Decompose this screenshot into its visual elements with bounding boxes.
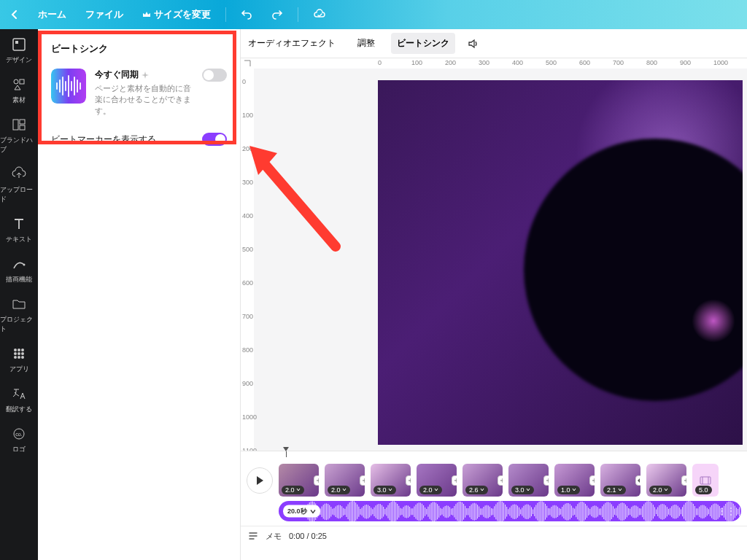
timeline-clip[interactable]: 2.0	[417, 464, 457, 497]
redo-button[interactable]	[267, 6, 287, 23]
rail-logo[interactable]: co. ロゴ	[0, 426, 38, 454]
rail-design[interactable]: デザイン	[0, 36, 38, 65]
transition-icon	[637, 477, 640, 484]
timeline-clip[interactable]: 1.0	[554, 464, 595, 497]
svg-point-9	[18, 349, 20, 351]
timeline-clip[interactable]: 3.0	[508, 464, 549, 497]
timeline-clip[interactable]: 2.6	[462, 464, 503, 497]
svg-point-11	[14, 352, 17, 355]
audio-duration-badge: 20.0秒	[283, 505, 320, 518]
audio-drag-handle[interactable]: ⋮⋮	[718, 506, 735, 516]
left-rail: デザイン 素材 ブランドハブ アップロード テキスト 描画機能 プロジェクト ア…	[0, 29, 38, 560]
transition-button[interactable]	[360, 475, 365, 486]
svg-point-16	[21, 356, 24, 359]
timeline: 2.02.03.02.02.63.01.02.12.05.0 20.0秒 ⋮⋮ …	[241, 451, 747, 560]
svg-point-15	[18, 356, 20, 359]
timeline-ruler[interactable]	[241, 451, 747, 461]
beat-marker-toggle[interactable]	[202, 133, 227, 146]
audio-toolbar: オーディオエフェクト 調整 ビートシンク	[241, 29, 747, 58]
crown-icon	[142, 10, 151, 19]
playhead[interactable]	[286, 451, 287, 457]
audio-track[interactable]: 20.0秒 ⋮⋮	[279, 501, 741, 521]
home-button[interactable]: ホーム	[34, 5, 71, 24]
rail-elements[interactable]: 素材	[0, 77, 38, 105]
time-display: 0:00 / 0:25	[289, 532, 327, 540]
ruler-horizontal[interactable]: 010020030040050060070080090010001100	[254, 58, 747, 69]
timeline-clip[interactable]: 2.0	[325, 464, 365, 497]
undo-button[interactable]	[236, 6, 257, 23]
svg-rect-1	[15, 41, 18, 44]
back-button[interactable]	[6, 7, 23, 22]
cloud-check-icon	[313, 8, 326, 21]
transition-button[interactable]	[314, 475, 319, 486]
rail-text[interactable]: テキスト	[0, 216, 38, 244]
rail-translate[interactable]: 翻訳する	[0, 386, 38, 414]
transition-button[interactable]	[452, 475, 457, 486]
svg-point-14	[14, 356, 17, 359]
svg-text:co.: co.	[15, 432, 22, 437]
transition-button[interactable]	[498, 475, 503, 486]
sparkle-icon	[142, 71, 149, 79]
transition-button[interactable]	[589, 475, 595, 486]
file-menu[interactable]: ファイル	[81, 5, 128, 24]
video-preview[interactable]	[378, 80, 743, 445]
svg-rect-29	[700, 477, 711, 484]
sync-now-title: 今すぐ同期	[95, 69, 193, 81]
transition-button[interactable]	[635, 475, 640, 486]
main-area: オーディオエフェクト 調整 ビートシンク 0100200300400500600…	[241, 29, 747, 560]
beat-marker-label: ビートマーカーを表示する	[51, 133, 156, 146]
speaker-button[interactable]	[467, 37, 480, 50]
video-icon	[700, 475, 711, 486]
timeline-clip[interactable]: 2.1	[600, 464, 640, 497]
rail-apps[interactable]: アプリ	[0, 346, 38, 374]
clip-strip: 2.02.03.02.02.63.01.02.12.05.0	[279, 464, 719, 497]
rail-projects[interactable]: プロジェクト	[0, 296, 38, 334]
transition-button[interactable]	[543, 475, 549, 486]
svg-point-8	[14, 349, 17, 351]
rail-draw[interactable]: 描画機能	[0, 256, 38, 284]
tab-adjust[interactable]: 調整	[352, 33, 381, 54]
rail-upload[interactable]: アップロード	[0, 166, 38, 204]
sync-now-toggle[interactable]	[202, 69, 227, 82]
memo-button[interactable]: メモ	[266, 531, 282, 542]
ruler-vertical[interactable]: 010020030040050060070080090010001100	[241, 69, 254, 451]
rail-brand[interactable]: ブランドハブ	[0, 117, 38, 155]
timeline-footer: メモ 0:00 / 0:25	[241, 526, 747, 545]
canvas[interactable]: 010020030040050060070080090010001100 010…	[241, 58, 747, 451]
notes-icon	[248, 531, 258, 541]
ruler-toggle[interactable]	[241, 58, 254, 69]
svg-rect-6	[20, 125, 25, 130]
undo-icon	[241, 9, 252, 20]
svg-point-12	[18, 352, 20, 355]
resize-button[interactable]: サイズを変更	[138, 5, 215, 24]
video-track: 2.02.03.02.02.63.01.02.12.05.0	[241, 461, 747, 497]
speaker-icon	[467, 37, 480, 50]
svg-rect-3	[20, 79, 24, 84]
panel-title: ビートシンク	[51, 42, 227, 55]
play-icon	[255, 475, 265, 486]
beat-sync-panel: ビートシンク 今すぐ同期 ページと素材を自動的に音楽に合わせることができます。 …	[38, 29, 241, 560]
chevron-down-icon	[310, 508, 316, 514]
topbar: ホーム ファイル サイズを変更	[0, 0, 747, 29]
svg-rect-5	[20, 120, 25, 124]
svg-point-2	[14, 79, 18, 84]
redo-icon	[271, 9, 283, 20]
tab-audio-effects[interactable]: オーディオエフェクト	[242, 33, 341, 54]
svg-rect-0	[13, 39, 25, 50]
transition-button[interactable]	[681, 475, 686, 486]
svg-point-13	[21, 352, 24, 355]
timeline-clip-add[interactable]: 5.0	[692, 464, 719, 497]
sync-desc: ページと素材を自動的に音楽に合わせることができます。	[95, 83, 193, 117]
play-button[interactable]	[247, 467, 273, 494]
sync-waveform-icon	[51, 69, 86, 104]
timeline-clip[interactable]: 3.0	[371, 464, 411, 497]
svg-rect-4	[13, 120, 18, 130]
transition-button[interactable]	[406, 475, 411, 486]
timeline-clip[interactable]: 2.0	[279, 464, 319, 497]
tab-beat-sync[interactable]: ビートシンク	[391, 33, 455, 54]
svg-point-7	[23, 264, 26, 266]
timeline-clip[interactable]: 2.0	[646, 464, 686, 497]
svg-point-10	[21, 349, 24, 351]
cloud-sync-button[interactable]	[309, 5, 330, 24]
